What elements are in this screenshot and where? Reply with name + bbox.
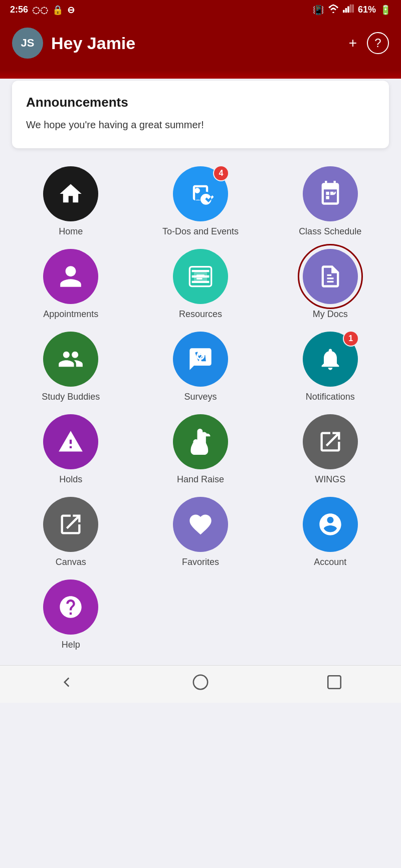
svg-rect-3 [350, 5, 352, 13]
studybuddies-icon-circle [43, 332, 98, 387]
studybuddies-icon [58, 346, 84, 372]
notifications-badge: 1 [343, 331, 359, 347]
back-button[interactable] [58, 674, 75, 691]
grid-item-canvas[interactable]: Canvas [10, 497, 132, 567]
grid-item-account[interactable]: Account [269, 497, 391, 567]
wings-icon-circle [303, 414, 358, 469]
app-grid: Home 4 To-Dos and Events Class Schedule [0, 148, 401, 660]
home-nav-button[interactable] [192, 674, 209, 691]
notifications-icon [317, 346, 343, 372]
grid-item-surveys[interactable]: ? Surveys [140, 332, 262, 402]
avatar[interactable]: JS [12, 28, 43, 59]
appointments-icon [58, 263, 84, 290]
favorites-icon-circle [173, 497, 228, 552]
svg-rect-1 [345, 8, 347, 13]
lock-icon: 🔒 [52, 5, 63, 16]
surveys-icon-circle: ? [173, 332, 228, 387]
canvas-icon-circle [43, 497, 98, 552]
mydocs-icon-circle [303, 249, 358, 304]
account-icon-circle [303, 497, 358, 552]
add-button[interactable]: + [349, 35, 357, 51]
mydocs-wrapper [303, 249, 358, 304]
svg-rect-2 [347, 6, 349, 13]
todos-label: To-Dos and Events [162, 226, 239, 237]
vibrate-icon: 📳 [313, 5, 324, 16]
grid-item-handraise[interactable]: Hand Raise [140, 414, 262, 485]
grid-item-schedule[interactable]: Class Schedule [269, 166, 391, 237]
account-label: Account [314, 557, 346, 567]
account-icon [317, 511, 343, 537]
home-icon [58, 181, 84, 207]
handraise-icon-circle [173, 414, 228, 469]
home-nav-icon [192, 674, 209, 691]
header-icons: + ? [349, 32, 389, 54]
notifications-label: Notifications [306, 392, 355, 402]
wings-label: WINGS [315, 474, 345, 485]
holds-icon [58, 429, 84, 455]
mydocs-label: My Docs [313, 309, 348, 320]
grid-item-todos[interactable]: 4 To-Dos and Events [140, 166, 262, 237]
help-button[interactable]: ? [367, 32, 389, 54]
svg-rect-7 [194, 272, 207, 282]
grid-item-studybuddies[interactable]: Study Buddies [10, 332, 132, 402]
grid-item-resources[interactable]: Resources [140, 249, 262, 320]
main-content: Announcements We hope you're having a gr… [0, 81, 401, 713]
grid-item-favorites[interactable]: Favorites [140, 497, 262, 567]
canvas-label: Canvas [56, 557, 86, 567]
appointments-label: Appointments [43, 309, 98, 320]
recent-button[interactable] [326, 674, 343, 691]
wings-icon [317, 429, 343, 455]
voicemail-icon: ◌◌ [32, 5, 48, 16]
grid-item-appointments[interactable]: Appointments [10, 249, 132, 320]
status-bar: 2:56 ◌◌ 🔒 ⊖ 📳 61% 🔋 [0, 0, 401, 20]
status-right: 📳 61% 🔋 [313, 4, 391, 16]
grid-item-mydocs[interactable]: My Docs [269, 249, 391, 320]
announcements-text: We hope you're having a great summer! [26, 117, 375, 132]
bottom-nav [0, 665, 401, 703]
svg-point-10 [193, 675, 208, 689]
favorites-label: Favorites [182, 557, 219, 567]
grid-item-holds[interactable]: Holds [10, 414, 132, 485]
handraise-icon [187, 429, 214, 455]
minus-circle-icon: ⊖ [67, 5, 75, 16]
studybuddies-label: Study Buddies [42, 392, 100, 402]
wifi-icon [328, 4, 339, 16]
surveys-label: Surveys [184, 392, 217, 402]
signal-icon [343, 4, 354, 16]
help-icon [58, 594, 84, 620]
canvas-icon [58, 511, 84, 537]
resources-label: Resources [179, 309, 222, 320]
svg-text:?: ? [198, 352, 204, 362]
app-header: JS Hey Jamie + ? [0, 20, 401, 79]
status-time: 2:56 [10, 5, 28, 15]
header-left: JS Hey Jamie [12, 28, 135, 59]
schedule-label: Class Schedule [299, 226, 361, 237]
notifications-icon-circle: 1 [303, 332, 358, 387]
help-label: Help [62, 640, 80, 650]
resources-icon-circle [173, 249, 228, 304]
holds-icon-circle [43, 414, 98, 469]
grid-item-wings[interactable]: WINGS [269, 414, 391, 485]
svg-rect-11 [328, 676, 341, 689]
help-icon-circle [43, 580, 98, 635]
holds-label: Holds [59, 474, 82, 485]
appointments-icon-circle [43, 249, 98, 304]
mydocs-icon [317, 263, 343, 290]
schedule-icon-circle [303, 166, 358, 221]
status-left: 2:56 ◌◌ 🔒 ⊖ [10, 5, 75, 16]
grid-item-notifications[interactable]: 1 Notifications [269, 332, 391, 402]
announcements-card: Announcements We hope you're having a gr… [12, 81, 389, 148]
svg-rect-0 [343, 10, 345, 13]
home-icon-circle [43, 166, 98, 221]
grid-item-home[interactable]: Home [10, 166, 132, 237]
recent-icon [326, 674, 343, 691]
announcements-title: Announcements [26, 95, 375, 110]
home-label: Home [59, 226, 83, 237]
battery-icon: 🔋 [380, 5, 391, 16]
handraise-label: Hand Raise [177, 474, 224, 485]
svg-rect-4 [352, 5, 354, 13]
todos-icon [187, 181, 214, 207]
todos-badge: 4 [213, 165, 229, 181]
grid-item-help[interactable]: Help [10, 580, 132, 650]
greeting-text: Hey Jamie [51, 34, 135, 53]
